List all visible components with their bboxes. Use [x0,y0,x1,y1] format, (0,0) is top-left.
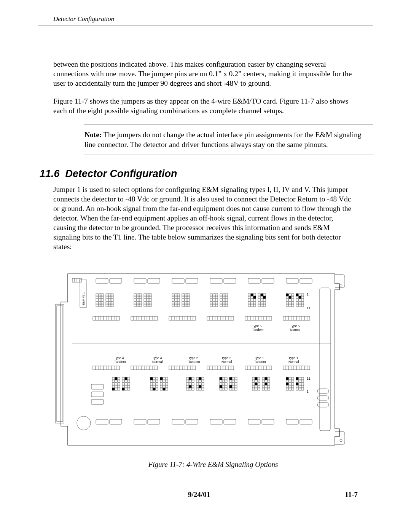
svg-rect-68 [229,377,232,380]
page-footer: 9/24/01 11-7 [53,488,358,499]
svg-rect-38 [289,296,291,299]
svg-rect-55 [112,388,115,390]
svg-point-81 [340,439,342,442]
note-body: Note: The jumpers do not change the actu… [84,125,373,155]
pin-label-1b: 1 [307,390,309,393]
svg-text:Normal: Normal [288,360,299,364]
svg-rect-0 [56,304,64,423]
svg-rect-63 [189,385,191,388]
svg-rect-34 [253,296,256,299]
svg-rect-61 [163,388,165,390]
footer-date: 9/24/01 [188,490,210,499]
svg-rect-82 [317,389,329,393]
svg-text:Type 1: Type 1 [254,356,264,360]
svg-rect-70 [255,377,257,380]
svg-rect-77 [296,383,298,385]
svg-text:Tandem: Tandem [188,360,200,364]
svg-rect-57 [122,388,124,390]
svg-text:Type 4: Type 4 [114,356,124,360]
svg-rect-36 [263,296,266,299]
paragraph-3: Jumper 1 is used to select options for c… [53,185,358,252]
svg-rect-39 [296,294,298,296]
pin-label-11a: 11 [307,306,311,310]
svg-rect-83 [317,396,329,400]
svg-text:Type 2: Type 2 [221,356,231,360]
svg-rect-58 [150,377,153,380]
svg-rect-54 [115,377,117,380]
svg-text:Tandem: Tandem [114,360,126,364]
svg-rect-59 [153,388,155,390]
lab-t5n-2: Normal [290,328,301,332]
board-diagram-svg: E&M V1.1 [53,267,354,454]
pin-label-1a: 1 [307,292,309,296]
svg-text:Type 1: Type 1 [288,356,298,360]
paragraph-2: Figure 11-7 shows the jumpers as they ap… [53,97,358,116]
lab-t5t-2: Tandem [252,328,263,332]
note-block: Note: The jumpers do not change the actu… [84,124,373,155]
svg-rect-62 [189,377,191,380]
svg-rect-74 [286,377,288,380]
page: Detector Configuration between the posit… [0,0,411,518]
svg-rect-71 [255,383,257,385]
header-rule [38,25,373,26]
svg-rect-35 [261,294,263,296]
svg-rect-72 [265,377,267,380]
svg-rect-84 [317,403,329,407]
svg-text:Type 4: Type 4 [152,356,162,360]
svg-rect-76 [296,377,298,380]
svg-rect-60 [160,377,162,380]
svg-text:Normal: Normal [221,360,232,364]
svg-text:Type 2: Type 2 [188,356,198,360]
paragraph-1: between the positions indicated above. T… [53,60,358,88]
figure-caption: Figure 11-7: 4-Wire E&M Signaling Option… [53,460,373,469]
svg-point-80 [340,284,342,286]
svg-rect-69 [229,385,232,388]
svg-rect-75 [286,383,288,385]
section-heading: 11.6 Detector Configuration [40,168,373,180]
figure: E&M V1.1 [53,267,373,469]
svg-rect-64 [199,377,201,380]
chip-label: E&M V1.1 [82,292,85,305]
svg-text:Normal: Normal [152,360,163,364]
footer-page-number: 11-7 [345,490,358,499]
note-text: The jumpers do not change the actual int… [84,131,361,149]
section-number: 11.6 [40,168,60,179]
svg-point-78 [77,416,91,430]
bottom-labels: Type 4Tandem Type 4Normal Type 2Tandem T… [114,356,299,364]
note-label: Note: [84,131,102,139]
svg-rect-40 [299,296,301,299]
svg-rect-67 [220,385,222,388]
pin-label-11b: 11 [307,377,311,380]
svg-rect-79 [320,288,330,431]
svg-rect-66 [220,377,222,380]
lab-t5t-1: Type 5 [252,324,262,328]
svg-rect-65 [199,385,201,388]
note-rule-bottom [84,155,373,155]
section-title: Detector Configuration [65,168,177,179]
svg-rect-33 [251,294,253,296]
svg-rect-1 [57,306,63,422]
lab-t5n-1: Type 5 [290,324,300,328]
svg-rect-73 [265,383,267,385]
svg-text:Tandem: Tandem [254,360,266,364]
svg-rect-56 [125,377,127,380]
svg-rect-37 [286,294,288,296]
running-head: Detector Configuration [53,15,373,23]
